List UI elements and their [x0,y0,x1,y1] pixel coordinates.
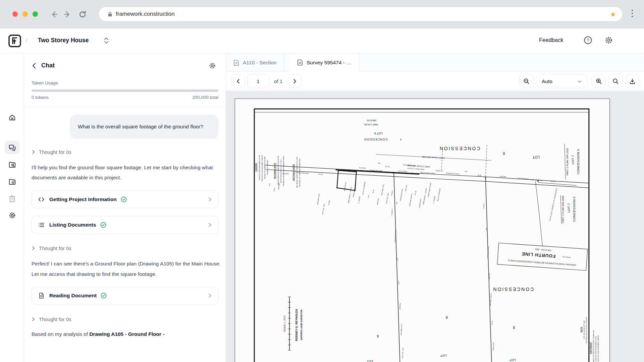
tool-card-getting-project-information[interactable]: Getting Project Information [32,190,218,208]
thought-row[interactable]: Thought for 0s [32,316,218,322]
app-header: / Two Storey House Feedback ? [0,28,644,54]
svg-text:FENCE WIRE IN TREE: FENCE WIRE IN TREE [420,172,435,174]
svg-text:?: ? [587,38,589,43]
svg-text:(16R-6486 & SET): (16R-6486 & SET) [517,177,529,180]
svg-text:PIN 37150 - 0031: PIN 37150 - 0031 [535,248,551,251]
svg-text:COPYRIGHT: COPYRIGHT [590,342,592,354]
svg-text:43.0: 43.0 [268,183,270,186]
viewer-canvas[interactable]: (ORIGINAL ROAD ALLOWANCE BETWEEN CONCESS… [226,91,644,362]
prev-page-button[interactable] [231,74,245,88]
svg-text:38.30: 38.30 [398,281,400,285]
viewer-toolbar: of 1 Auto [226,72,644,91]
sidebar-item-settings[interactable] [5,208,19,222]
search-document-button[interactable] [608,74,623,88]
svg-text:PART 1 PLAN 16R-3536: PART 1 PLAN 16R-3536 [561,195,565,223]
thought-label: Thought for 0s [39,245,71,251]
thought-label: Thought for 0s [39,316,71,322]
svg-text:SET IB: SET IB [318,173,323,175]
back-icon[interactable] [50,10,58,19]
gear-icon [8,212,16,219]
zoom-in-button[interactable] [592,74,606,88]
svg-text:TRAVELLED ROAD: TRAVELLED ROAD [403,164,416,167]
tool-card-listing-documents[interactable]: Listing Documents [32,216,218,234]
tool-card-reading-document[interactable]: Reading Document [32,287,218,305]
svg-text:43.0: 43.0 [465,171,468,173]
chevron-down-icon [577,79,582,84]
svg-text:8: 8 [513,325,515,329]
svg-text:(16R-6486 & SET): (16R-6486 & SET) [400,323,402,335]
zoom-out-button[interactable] [519,74,533,88]
svg-text:THIS PLAN IS PROTECTED BY COPY: THIS PLAN IS PROTECTED BY COPYRIGHT [586,317,587,344]
svg-text:SIB: SIB [485,228,487,230]
code-icon [38,196,45,203]
svg-text:38.30: 38.30 [273,188,275,192]
tokens-used: 0 tokens [32,95,49,100]
svg-text:DENOTES SURVEY MONUMENT PLANTE: DENOTES SURVEY MONUMENT PLANTED [597,335,599,362]
page-number-input[interactable] [247,74,269,88]
chat-settings-icon[interactable] [209,62,216,69]
zoom-level-select[interactable]: Auto [536,74,588,88]
svg-text:NOTE: NOTE [580,327,582,333]
document-icon [297,59,303,66]
token-usage-label: Token Usage [32,80,218,85]
success-check-icon [100,222,106,228]
svg-text:(ORIGINAL ROAD ALLOWANCE BETWE: (ORIGINAL ROAD ALLOWANCE BETWEEN CONCESS… [508,259,576,266]
svg-text:N69°37'W: N69°37'W [359,167,366,169]
svg-text:LOT: LOT [509,358,516,362]
sidebar-item-document-manage[interactable] [5,175,19,188]
minimize-window-button[interactable] [22,11,28,17]
bookmark-star-icon[interactable]: ★ [610,11,616,18]
framework-logo-icon[interactable] [8,34,21,48]
svg-text:8: 8 [446,315,448,319]
sidebar-item-chat[interactable] [5,141,19,154]
chat-panel: Chat Token Usage 0 tokens 200,000 total … [24,54,226,362]
svg-text:FENCE WIRE IN TREE: FENCE WIRE IN TREE [353,182,357,197]
svg-text:16R-6176: 16R-6176 [367,119,377,122]
project-switcher-icon[interactable] [103,37,109,44]
thought-row[interactable]: Thought for 0s [32,245,218,251]
thought-row[interactable]: Thought for 0s [32,149,218,155]
svg-text:38.30: 38.30 [477,174,481,176]
close-window-button[interactable] [12,11,18,17]
settings-gear-icon[interactable] [604,36,613,45]
url-bar[interactable]: framework.construction ★ [99,7,622,21]
svg-text:LOT 7: LOT 7 [567,203,571,213]
svg-text:BEARING NOTE: BEARING NOTE [273,163,276,179]
reload-icon[interactable] [78,10,87,19]
document-tabbar: A110 - Section Survey 595474 - … [226,54,644,72]
token-usage-section: Token Usage 0 tokens 200,000 total [24,78,226,100]
assistant-paragraph: I'll help you find the ground floor squa… [32,163,221,183]
next-page-button[interactable] [288,74,301,88]
feedback-link[interactable]: Feedback [539,37,563,43]
sidebar-item-home[interactable] [5,111,19,124]
svg-text:CONCESSION: CONCESSION [364,138,387,141]
zoom-window-button[interactable] [33,11,38,17]
sidebar-item-tasks[interactable] [5,192,19,205]
svg-text:IB (WIT): IB (WIT) [328,199,330,205]
help-icon[interactable]: ? [584,36,592,45]
zoom-in-icon [596,78,602,84]
svg-text:IB (WIT): IB (WIT) [391,190,393,196]
chevron-right-icon [208,294,212,298]
forward-icon[interactable] [63,10,72,19]
svg-text:ROAD ALLOWANCE: ROAD ALLOWANCE [362,181,366,195]
document-icon [38,292,45,299]
assistant-paragraph: Based on my analysis of Drawing A105 - G… [32,331,218,337]
svg-text:0.7 NORTH: 0.7 NORTH [433,196,436,203]
download-button[interactable] [625,74,639,88]
chat-back-icon[interactable] [31,62,38,69]
svg-text:ROAD ALLOWANCE: ROAD ALLOWANCE [446,172,459,175]
tab-survey-595474[interactable]: Survey 595474 - … [290,54,359,72]
svg-text:DENOTES SURVEY MONUMENT PLANTE: DENOTES SURVEY MONUMENT PLANTED [261,155,263,181]
browser-menu-icon[interactable] [631,10,633,19]
svg-text:SIB: SIB [396,202,398,204]
success-check-icon [121,196,127,202]
svg-text:N68°52'W: N68°52'W [377,198,379,204]
chat-bubbles-icon [8,144,16,152]
sidebar-item-document-search[interactable] [5,158,19,171]
svg-text:(known as): (known as) [562,256,571,259]
browser-chrome: framework.construction ★ [0,0,644,28]
tool-card-title: Listing Documents [49,222,96,228]
user-message: What is the overall square footage of th… [70,115,218,139]
tab-a110-section[interactable]: A110 - Section [226,54,284,72]
